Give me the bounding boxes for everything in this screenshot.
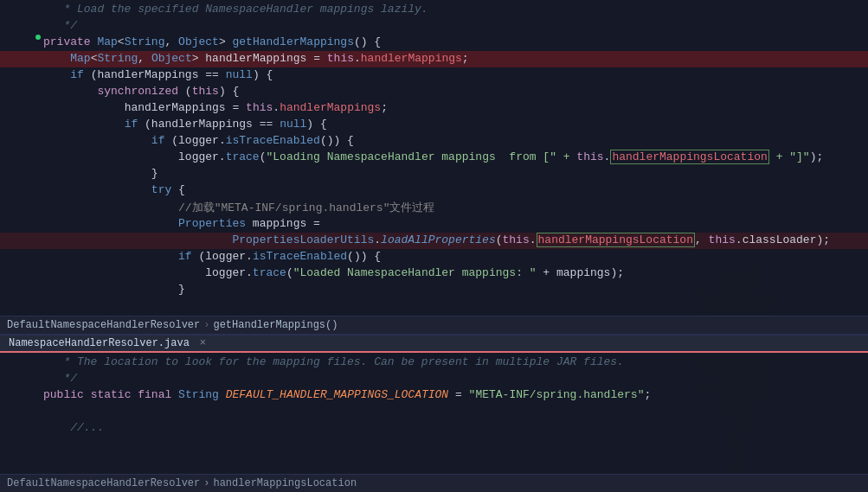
- line-number: [0, 182, 33, 183]
- line-number: [0, 282, 33, 283]
- code-line: if (logger.isTraceEnabled()) {: [0, 133, 868, 150]
- line-content: * The location to look for the mapping f…: [43, 355, 868, 369]
- line-content: if (logger.isTraceEnabled()) {: [43, 133, 868, 148]
- line-content: */: [43, 18, 868, 33]
- line-content: if (logger.isTraceEnabled()) {: [43, 249, 868, 264]
- code-line: try {: [0, 182, 868, 199]
- editor-container: * Load the specified NamespaceHandler ma…: [0, 0, 868, 492]
- code-line: if (handlerMappings == null) {: [0, 117, 868, 133]
- line-number: [0, 35, 33, 35]
- code-line: if (handlerMappings == null) {: [0, 67, 868, 84]
- line-content: }: [43, 166, 868, 181]
- line-number: [0, 150, 33, 150]
- line-content: Map<String, Object> handlerMappings = th…: [43, 51, 868, 66]
- code-line: //加载"META-INF/spring.handlers"文件过程: [0, 199, 868, 216]
- breadcrumb-separator-bottom: ›: [203, 477, 209, 489]
- line-content: Properties mappings =: [43, 216, 868, 231]
- line-number: [0, 265, 33, 266]
- file-tab-close[interactable]: ×: [200, 337, 206, 349]
- code-section-bottom: * The location to look for the mapping f…: [0, 353, 868, 474]
- line-number: [0, 387, 33, 388]
- line-content: //加载"META-INF/spring.handlers"文件过程: [43, 199, 868, 216]
- line-content: synchronized (this) {: [43, 84, 868, 99]
- line-content: if (handlerMappings == null) {: [43, 67, 868, 82]
- code-line: * Load the specified NamespaceHandler ma…: [0, 2, 868, 18]
- line-content: logger.trace("Loaded NamespaceHandler ma…: [43, 265, 868, 280]
- line-number: [0, 199, 33, 200]
- line-number: [0, 117, 33, 118]
- line-number: [0, 51, 33, 52]
- code-line-highlighted: Map<String, Object> handlerMappings = th…: [0, 51, 868, 67]
- line-number: [0, 67, 33, 68]
- code-line: if (logger.isTraceEnabled()) {: [0, 249, 868, 265]
- code-line: */: [0, 371, 868, 387]
- code-line-highlighted: PropertiesLoaderUtils.loadAllProperties(…: [0, 233, 868, 249]
- breadcrumb-separator: ›: [203, 319, 209, 331]
- line-number: [0, 166, 33, 167]
- line-content: handlerMappings = this.handlerMappings;: [43, 100, 868, 115]
- breadcrumb-field-bottom: handlerMappingsLocation: [213, 477, 357, 489]
- code-line: handlerMappings = this.handlerMappings;: [0, 100, 868, 117]
- line-gutter: [33, 35, 43, 40]
- line-content: public static final String DEFAULT_HANDL…: [43, 387, 868, 402]
- line-content: try {: [43, 182, 868, 197]
- code-line: synchronized (this) {: [0, 84, 868, 100]
- line-content: logger.trace("Loading NamespaceHandler m…: [43, 150, 868, 164]
- line-content: //...: [43, 420, 868, 435]
- code-line: * The location to look for the mapping f…: [0, 355, 868, 371]
- code-line: Properties mappings =: [0, 216, 868, 233]
- file-tab-name: NamespaceHandlerResolver.java: [9, 337, 190, 349]
- line-content: PropertiesLoaderUtils.loadAllProperties(…: [43, 233, 868, 247]
- code-line: }: [0, 166, 868, 182]
- line-content: }: [43, 282, 868, 297]
- line-number: [0, 371, 33, 372]
- highlight-handlerMappingsLocation2: handlerMappingsLocation: [537, 233, 695, 247]
- line-content: if (handlerMappings == null) {: [43, 117, 868, 131]
- gutter-dot: [35, 35, 41, 40]
- line-number: [0, 249, 33, 250]
- line-number: [0, 133, 33, 134]
- line-number: [0, 404, 33, 405]
- file-tab[interactable]: NamespaceHandlerResolver.java ×: [0, 335, 868, 353]
- breadcrumb-bar-bottom: DefaultNamespaceHandlerResolver › handle…: [0, 474, 868, 492]
- code-section-top: * Load the specified NamespaceHandler ma…: [0, 0, 868, 316]
- code-line: private Map<String, Object> getHandlerMa…: [0, 35, 868, 51]
- breadcrumb-bar-top: DefaultNamespaceHandlerResolver › getHan…: [0, 316, 868, 335]
- breadcrumb-class-bottom: DefaultNamespaceHandlerResolver: [7, 477, 200, 489]
- line-number: [0, 18, 33, 19]
- code-line: logger.trace("Loading NamespaceHandler m…: [0, 150, 868, 166]
- line-number: [0, 216, 33, 217]
- line-number: [0, 100, 33, 101]
- line-number: [0, 233, 33, 233]
- line-content: * Load the specified NamespaceHandler ma…: [43, 2, 868, 16]
- line-number: [0, 355, 33, 355]
- line-content: */: [43, 371, 868, 386]
- line-number: [0, 420, 33, 421]
- code-lines-bottom: * The location to look for the mapping f…: [0, 355, 868, 437]
- code-line: public static final String DEFAULT_HANDL…: [0, 387, 868, 404]
- code-line: */: [0, 18, 868, 35]
- code-line: [0, 404, 868, 420]
- line-content: private Map<String, Object> getHandlerMa…: [43, 35, 868, 49]
- code-line: //...: [0, 420, 868, 437]
- breadcrumb-class: DefaultNamespaceHandlerResolver: [7, 319, 200, 331]
- line-number: [0, 2, 33, 3]
- code-line: }: [0, 282, 868, 298]
- breadcrumb-method: getHandlerMappings(): [213, 319, 338, 331]
- code-lines-top: * Load the specified NamespaceHandler ma…: [0, 2, 868, 298]
- line-content: [43, 404, 868, 406]
- line-number: [0, 84, 33, 85]
- code-line: logger.trace("Loaded NamespaceHandler ma…: [0, 265, 868, 282]
- highlight-handlerMappingsLocation: handlerMappingsLocation: [610, 150, 768, 164]
